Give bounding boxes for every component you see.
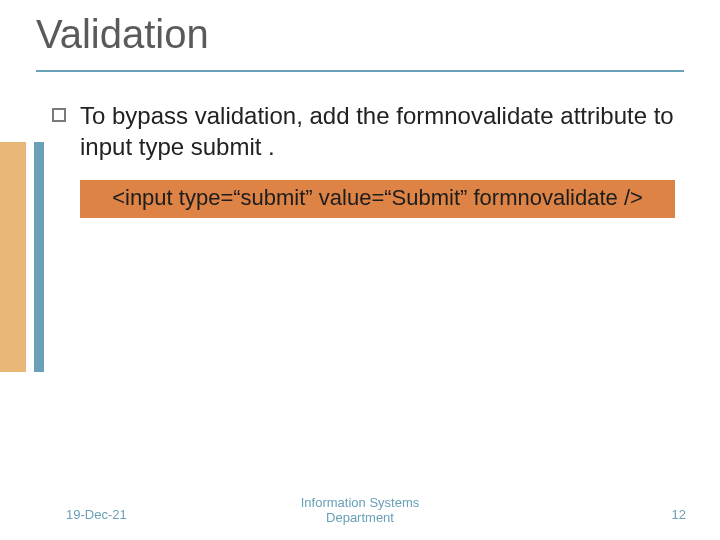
- left-decor-bars: [0, 142, 44, 372]
- slide-title: Validation: [36, 12, 209, 57]
- footer: 19-Dec-21 Information Systems Department…: [0, 490, 720, 526]
- bullet-square-icon: [52, 108, 66, 122]
- decor-bar-gold: [0, 142, 26, 372]
- footer-department: Information Systems Department: [0, 495, 720, 526]
- decor-bar-blue: [34, 142, 44, 372]
- footer-department-line2: Department: [326, 510, 394, 525]
- decor-bar-white: [26, 142, 34, 372]
- bullet-item: To bypass validation, add the formnovali…: [52, 100, 684, 162]
- slide-body: To bypass validation, add the formnovali…: [52, 100, 684, 218]
- footer-page-number: 12: [672, 507, 686, 522]
- code-snippet-box: <input type=“submit” value=“Submit” form…: [80, 180, 675, 218]
- footer-department-line1: Information Systems: [301, 495, 420, 510]
- bullet-text: To bypass validation, add the formnovali…: [80, 100, 684, 162]
- slide: Validation To bypass validation, add the…: [0, 0, 720, 540]
- title-underline: [36, 70, 684, 72]
